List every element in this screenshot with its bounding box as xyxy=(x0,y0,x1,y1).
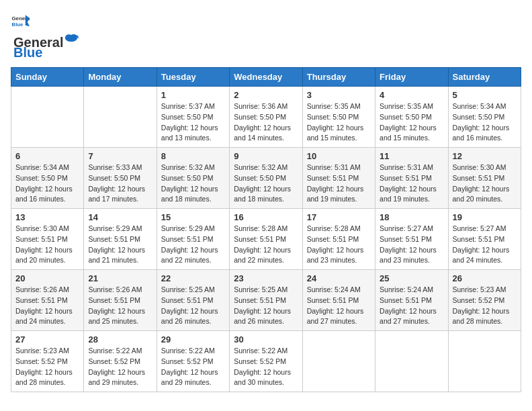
day-number: 5 xyxy=(453,90,517,100)
day-number: 13 xyxy=(15,212,79,222)
calendar-week-row: 6Sunrise: 5:34 AM Sunset: 5:50 PM Daylig… xyxy=(11,148,521,209)
day-info: Sunrise: 5:30 AM Sunset: 5:51 PM Dayligh… xyxy=(15,224,79,266)
day-info: Sunrise: 5:34 AM Sunset: 5:50 PM Dayligh… xyxy=(453,101,517,144)
day-number: 26 xyxy=(453,273,517,283)
calendar-cell: 17Sunrise: 5:28 AM Sunset: 5:51 PM Dayli… xyxy=(302,209,375,270)
day-number: 25 xyxy=(380,273,443,283)
day-info: Sunrise: 5:37 AM Sunset: 5:50 PM Dayligh… xyxy=(161,101,225,144)
calendar-cell: 22Sunrise: 5:25 AM Sunset: 5:51 PM Dayli… xyxy=(157,270,229,331)
day-info: Sunrise: 5:31 AM Sunset: 5:51 PM Dayligh… xyxy=(307,163,371,205)
day-number: 29 xyxy=(161,334,225,345)
calendar-cell xyxy=(11,87,84,148)
calendar-cell: 11Sunrise: 5:31 AM Sunset: 5:51 PM Dayli… xyxy=(375,148,448,209)
day-info: Sunrise: 5:27 AM Sunset: 5:51 PM Dayligh… xyxy=(453,224,517,266)
calendar-cell: 21Sunrise: 5:26 AM Sunset: 5:51 PM Dayli… xyxy=(84,270,157,331)
day-number: 16 xyxy=(234,212,298,222)
day-info: Sunrise: 5:33 AM Sunset: 5:50 PM Dayligh… xyxy=(88,163,152,205)
calendar-cell: 8Sunrise: 5:32 AM Sunset: 5:50 PM Daylig… xyxy=(157,148,229,209)
calendar-week-row: 27Sunrise: 5:23 AM Sunset: 5:52 PM Dayli… xyxy=(11,331,521,392)
day-info: Sunrise: 5:35 AM Sunset: 5:50 PM Dayligh… xyxy=(380,101,443,144)
day-number: 19 xyxy=(453,212,517,222)
day-number: 6 xyxy=(15,151,79,161)
calendar-cell: 25Sunrise: 5:24 AM Sunset: 5:51 PM Dayli… xyxy=(375,270,448,331)
calendar-week-row: 1Sunrise: 5:37 AM Sunset: 5:50 PM Daylig… xyxy=(11,87,521,148)
calendar-cell: 7Sunrise: 5:33 AM Sunset: 5:50 PM Daylig… xyxy=(84,148,157,209)
day-info: Sunrise: 5:30 AM Sunset: 5:51 PM Dayligh… xyxy=(453,163,517,205)
calendar-cell: 30Sunrise: 5:22 AM Sunset: 5:52 PM Dayli… xyxy=(230,331,302,392)
day-info: Sunrise: 5:22 AM Sunset: 5:52 PM Dayligh… xyxy=(161,346,225,388)
day-header-monday: Monday xyxy=(84,68,157,87)
day-number: 21 xyxy=(88,273,152,283)
day-header-tuesday: Tuesday xyxy=(157,68,229,87)
calendar-cell: 1Sunrise: 5:37 AM Sunset: 5:50 PM Daylig… xyxy=(157,87,229,148)
day-info: Sunrise: 5:25 AM Sunset: 5:51 PM Dayligh… xyxy=(161,285,225,327)
calendar-cell: 29Sunrise: 5:22 AM Sunset: 5:52 PM Dayli… xyxy=(157,331,229,392)
day-header-saturday: Saturday xyxy=(448,68,521,87)
day-info: Sunrise: 5:26 AM Sunset: 5:51 PM Dayligh… xyxy=(88,285,152,327)
day-info: Sunrise: 5:22 AM Sunset: 5:52 PM Dayligh… xyxy=(234,346,298,388)
day-info: Sunrise: 5:26 AM Sunset: 5:51 PM Dayligh… xyxy=(15,285,79,327)
day-number: 18 xyxy=(380,212,443,222)
calendar-cell: 19Sunrise: 5:27 AM Sunset: 5:51 PM Dayli… xyxy=(448,209,521,270)
day-number: 17 xyxy=(307,212,371,222)
calendar-cell xyxy=(84,87,157,148)
day-info: Sunrise: 5:31 AM Sunset: 5:51 PM Dayligh… xyxy=(380,163,443,205)
day-info: Sunrise: 5:32 AM Sunset: 5:50 PM Dayligh… xyxy=(161,163,225,205)
calendar-cell: 3Sunrise: 5:35 AM Sunset: 5:50 PM Daylig… xyxy=(302,87,375,148)
header: General Blue General Blue xyxy=(11,11,521,60)
day-header-wednesday: Wednesday xyxy=(230,68,302,87)
day-header-sunday: Sunday xyxy=(11,68,84,87)
day-number: 12 xyxy=(453,151,517,161)
calendar-week-row: 13Sunrise: 5:30 AM Sunset: 5:51 PM Dayli… xyxy=(11,209,521,270)
day-number: 24 xyxy=(307,273,371,283)
day-info: Sunrise: 5:22 AM Sunset: 5:52 PM Dayligh… xyxy=(88,346,152,388)
logo-icon: General Blue xyxy=(11,11,30,30)
day-number: 4 xyxy=(380,90,443,100)
calendar-cell: 10Sunrise: 5:31 AM Sunset: 5:51 PM Dayli… xyxy=(302,148,375,209)
calendar-cell: 13Sunrise: 5:30 AM Sunset: 5:51 PM Dayli… xyxy=(11,209,84,270)
day-header-friday: Friday xyxy=(375,68,448,87)
day-info: Sunrise: 5:28 AM Sunset: 5:51 PM Dayligh… xyxy=(307,224,371,266)
calendar-cell: 6Sunrise: 5:34 AM Sunset: 5:50 PM Daylig… xyxy=(11,148,84,209)
logo: General Blue General Blue xyxy=(11,11,79,60)
calendar-cell xyxy=(375,331,448,392)
day-info: Sunrise: 5:23 AM Sunset: 5:52 PM Dayligh… xyxy=(453,285,517,327)
calendar-cell xyxy=(302,331,375,392)
day-info: Sunrise: 5:24 AM Sunset: 5:51 PM Dayligh… xyxy=(380,285,443,327)
calendar-cell: 16Sunrise: 5:28 AM Sunset: 5:51 PM Dayli… xyxy=(230,209,302,270)
day-info: Sunrise: 5:25 AM Sunset: 5:51 PM Dayligh… xyxy=(234,285,298,327)
day-number: 20 xyxy=(15,273,79,283)
calendar-cell: 24Sunrise: 5:24 AM Sunset: 5:51 PM Dayli… xyxy=(302,270,375,331)
day-info: Sunrise: 5:27 AM Sunset: 5:51 PM Dayligh… xyxy=(380,224,443,266)
day-number: 3 xyxy=(307,90,371,100)
day-number: 27 xyxy=(15,334,79,345)
calendar-cell: 20Sunrise: 5:26 AM Sunset: 5:51 PM Dayli… xyxy=(11,270,84,331)
day-info: Sunrise: 5:29 AM Sunset: 5:51 PM Dayligh… xyxy=(161,224,225,266)
day-number: 30 xyxy=(234,334,298,345)
day-number: 9 xyxy=(234,151,298,161)
calendar-cell: 14Sunrise: 5:29 AM Sunset: 5:51 PM Dayli… xyxy=(84,209,157,270)
day-number: 1 xyxy=(161,90,225,100)
day-number: 2 xyxy=(234,90,298,100)
calendar-cell: 5Sunrise: 5:34 AM Sunset: 5:50 PM Daylig… xyxy=(448,87,521,148)
calendar-cell: 27Sunrise: 5:23 AM Sunset: 5:52 PM Dayli… xyxy=(11,331,84,392)
day-number: 23 xyxy=(234,273,298,283)
day-info: Sunrise: 5:24 AM Sunset: 5:51 PM Dayligh… xyxy=(307,285,371,327)
calendar-cell: 23Sunrise: 5:25 AM Sunset: 5:51 PM Dayli… xyxy=(230,270,302,331)
calendar-cell: 18Sunrise: 5:27 AM Sunset: 5:51 PM Dayli… xyxy=(375,209,448,270)
calendar-header-row: SundayMondayTuesdayWednesdayThursdayFrid… xyxy=(11,68,521,87)
day-number: 28 xyxy=(88,334,152,345)
day-header-thursday: Thursday xyxy=(302,68,375,87)
day-info: Sunrise: 5:34 AM Sunset: 5:50 PM Dayligh… xyxy=(15,163,79,205)
calendar-cell: 9Sunrise: 5:32 AM Sunset: 5:50 PM Daylig… xyxy=(230,148,302,209)
day-number: 11 xyxy=(380,151,443,161)
calendar-cell: 2Sunrise: 5:36 AM Sunset: 5:50 PM Daylig… xyxy=(230,87,302,148)
day-number: 10 xyxy=(307,151,371,161)
calendar-cell: 15Sunrise: 5:29 AM Sunset: 5:51 PM Dayli… xyxy=(157,209,229,270)
day-info: Sunrise: 5:29 AM Sunset: 5:51 PM Dayligh… xyxy=(88,224,152,266)
day-number: 22 xyxy=(161,273,225,283)
day-number: 15 xyxy=(161,212,225,222)
day-number: 7 xyxy=(88,151,152,161)
calendar-cell: 28Sunrise: 5:22 AM Sunset: 5:52 PM Dayli… xyxy=(84,331,157,392)
calendar-week-row: 20Sunrise: 5:26 AM Sunset: 5:51 PM Dayli… xyxy=(11,270,521,331)
